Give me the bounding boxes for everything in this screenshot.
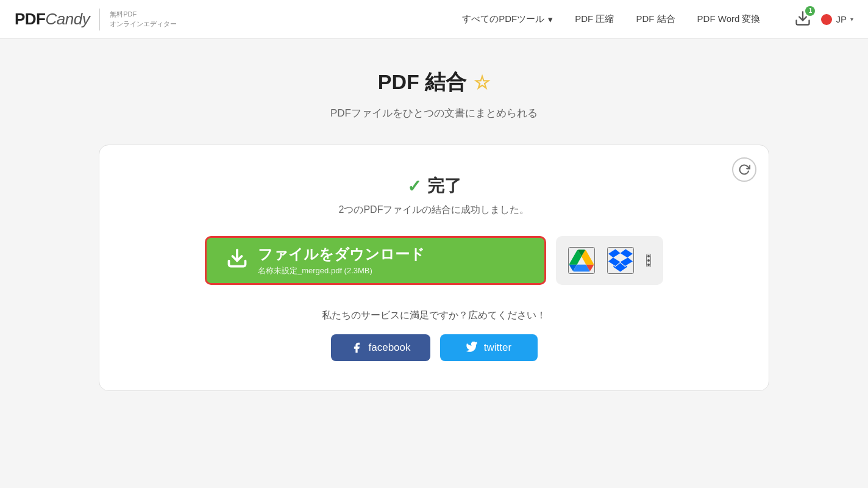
nav-all-tools[interactable]: すべてのPDFツール ▾ bbox=[462, 13, 553, 25]
page-subtitle: PDFファイルをひとつの文書にまとめられる bbox=[330, 106, 538, 120]
dot-icon bbox=[647, 259, 650, 262]
success-title: ✓ 完了 bbox=[124, 174, 744, 198]
logo-divider bbox=[99, 9, 100, 30]
nav-compress[interactable]: PDF 圧縮 bbox=[575, 13, 614, 25]
share-section: 私たちのサービスに満足ですか？広めてください！ facebook twitter bbox=[124, 309, 744, 361]
nav-merge[interactable]: PDF 結合 bbox=[636, 13, 675, 25]
logo-area: PDFCandy 無料PDF オンラインエディター bbox=[15, 9, 177, 30]
page-title: PDF 結合 ☆ bbox=[378, 68, 490, 96]
lang-selector[interactable]: JP ▾ bbox=[821, 14, 853, 25]
download-filename: 名称未設定_merged.pdf (2.3MB) bbox=[258, 265, 372, 276]
logo[interactable]: PDFCandy bbox=[15, 10, 90, 29]
download-badge: 1 bbox=[805, 6, 815, 16]
download-button-title: ファイルをダウンロード bbox=[258, 245, 425, 264]
download-button[interactable]: ファイルをダウンロード 名称未設定_merged.pdf (2.3MB) bbox=[205, 236, 546, 285]
dot-icon bbox=[647, 255, 650, 257]
logo-subtitle: 無料PDF オンラインエディター bbox=[110, 10, 177, 29]
google-drive-button[interactable] bbox=[568, 247, 595, 274]
refresh-icon bbox=[738, 163, 750, 176]
twitter-icon bbox=[466, 342, 478, 354]
dot-icon bbox=[647, 264, 650, 266]
logo-candy: Candy bbox=[46, 10, 90, 28]
lang-chevron-icon: ▾ bbox=[850, 16, 853, 23]
dropbox-icon bbox=[608, 248, 633, 273]
download-arrow-icon bbox=[226, 247, 248, 274]
header-actions: 1 JP ▾ bbox=[794, 10, 853, 29]
chevron-down-icon: ▾ bbox=[548, 14, 553, 25]
download-row: ファイルをダウンロード 名称未設定_merged.pdf (2.3MB) bbox=[124, 236, 744, 285]
facebook-share-button[interactable]: facebook bbox=[331, 334, 430, 361]
header: PDFCandy 無料PDF オンラインエディター すべてのPDFツール ▾ P… bbox=[0, 0, 868, 39]
refresh-button[interactable] bbox=[732, 157, 756, 182]
nav-word-convert[interactable]: PDF Word 変換 bbox=[697, 13, 761, 25]
cloud-actions bbox=[556, 236, 663, 285]
more-options-button[interactable] bbox=[646, 254, 651, 267]
result-card: ✓ 完了 2つのPDFファイルの結合に成功しました。 ファイルをダウンロード 名… bbox=[99, 145, 769, 391]
main-content: PDF 結合 ☆ PDFファイルをひとつの文書にまとめられる ✓ 完了 2つのP… bbox=[0, 39, 868, 415]
favorite-star-icon[interactable]: ☆ bbox=[474, 72, 490, 93]
downloads-button[interactable]: 1 bbox=[794, 10, 811, 29]
logo-pdf: PDF bbox=[15, 10, 46, 28]
share-text: 私たちのサービスに満足ですか？広めてください！ bbox=[124, 309, 744, 322]
lang-label: JP bbox=[836, 14, 847, 24]
twitter-share-button[interactable]: twitter bbox=[440, 334, 538, 361]
share-buttons: facebook twitter bbox=[124, 334, 744, 361]
flag-icon bbox=[821, 14, 832, 25]
google-drive-icon bbox=[569, 248, 594, 273]
success-subtitle: 2つのPDFファイルの結合に成功しました。 bbox=[124, 204, 744, 217]
checkmark-icon: ✓ bbox=[407, 176, 421, 196]
dropbox-button[interactable] bbox=[607, 247, 634, 274]
facebook-icon bbox=[350, 342, 363, 354]
main-nav: すべてのPDFツール ▾ PDF 圧縮 PDF 結合 PDF Word 変換 bbox=[462, 13, 760, 25]
success-area: ✓ 完了 2つのPDFファイルの結合に成功しました。 bbox=[124, 174, 744, 217]
